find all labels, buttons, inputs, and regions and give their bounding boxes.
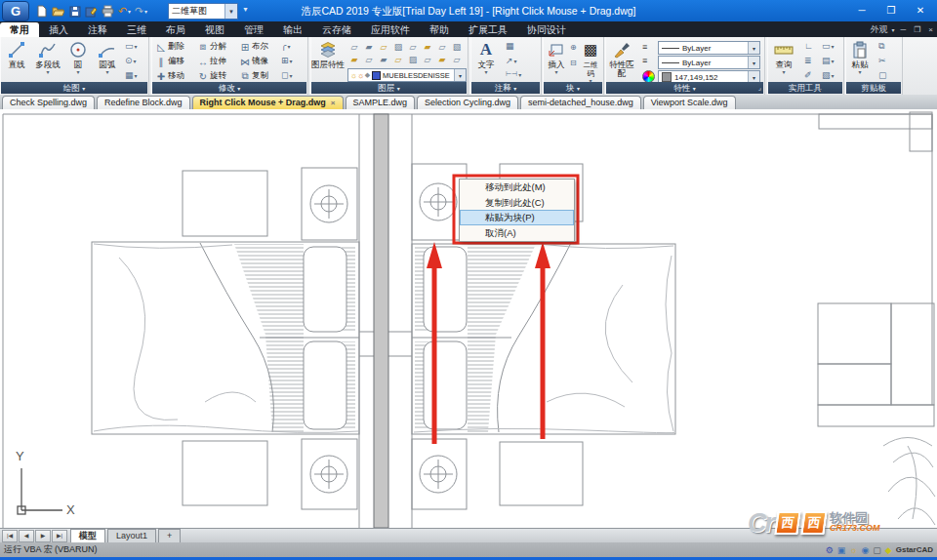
tab-manage[interactable]: 管理 — [234, 22, 273, 37]
close-tab-icon[interactable]: × — [331, 99, 336, 107]
fillet-tool[interactable]: ╭▾ — [281, 41, 290, 51]
layer-properties-button[interactable]: 图层特性 — [313, 39, 343, 69]
doc-tab-active[interactable]: Right Click Mouse + Drag.dwg× — [192, 96, 344, 109]
layer-dropdown-icon[interactable]: ▾ — [454, 69, 466, 81]
redo-icon[interactable]: ↷▾ — [133, 4, 149, 18]
close-button[interactable]: ✕ — [906, 0, 935, 21]
appearance-menu[interactable]: 外观 — [870, 23, 887, 36]
tab-home[interactable]: 常用 — [0, 22, 39, 37]
lineweight-select[interactable]: ByLayer ▾ — [658, 41, 760, 55]
last-layout-icon[interactable]: ▶| — [52, 530, 67, 542]
scale-tool[interactable]: ◻▾ — [281, 70, 293, 80]
tab-cloud[interactable]: 云存储 — [312, 22, 361, 37]
tab-output[interactable]: 输出 — [273, 22, 312, 37]
print-icon[interactable] — [100, 4, 116, 18]
minimize-button[interactable]: ─ — [847, 0, 876, 21]
save-icon[interactable] — [66, 4, 83, 18]
layout1-tab[interactable]: Layout1 — [107, 529, 156, 542]
tab-3d[interactable]: 三维 — [117, 22, 156, 37]
model-tab[interactable]: 模型 — [70, 529, 105, 542]
dimension-tool[interactable]: ⊢⊣▾ — [506, 70, 521, 78]
paste-special-tool[interactable]: ▢ — [878, 70, 887, 80]
clean-screen-icon[interactable]: ◉ — [861, 545, 869, 555]
select-all-tool[interactable]: ▧▾ — [822, 70, 835, 80]
lock-ui-icon[interactable]: ▣ — [837, 545, 846, 555]
stretch-tool[interactable]: ↔拉伸 — [197, 56, 226, 67]
linetype-select[interactable]: ByLayer ▾ — [658, 56, 760, 69]
ribbon-minimize-icon[interactable]: ─ — [898, 25, 908, 34]
copy-clip-tool[interactable]: ⧉ — [878, 41, 884, 52]
id-point-tool[interactable]: ✐ — [804, 70, 812, 80]
settings-gear-icon[interactable]: ⚙ — [826, 545, 834, 555]
panel-bar-block[interactable]: 块 ▾ — [544, 82, 602, 94]
tab-help[interactable]: 帮助 — [420, 22, 459, 37]
next-layout-icon[interactable]: ▶ — [35, 530, 51, 542]
dropdown-arrow-icon[interactable]: ▾ — [858, 69, 861, 75]
panel-bar-annotation[interactable]: 注释 ▾ — [471, 82, 540, 94]
menu-item-paste-as-block[interactable]: 粘贴为块(P) — [460, 210, 574, 225]
hatch-tool[interactable]: ▦▾ — [125, 70, 138, 80]
cut-tool[interactable]: ✂ — [878, 56, 886, 65]
leader-tool[interactable]: ↗▾ — [506, 56, 517, 65]
tab-insert[interactable]: 插入 — [39, 22, 78, 37]
panel-bar-clipboard[interactable]: 剪贴板 — [846, 82, 901, 94]
dropdown-arrow-icon[interactable]: ▾ — [554, 69, 557, 75]
doc-tab[interactable]: semi-detached_house.dwg — [520, 96, 641, 109]
open-file-icon[interactable] — [50, 4, 66, 18]
donut-tool[interactable]: ⊙▾ — [125, 56, 137, 65]
panel-bar-utilities[interactable]: 实用工具 — [768, 82, 842, 94]
ribbon-restore-icon[interactable]: ❐ — [912, 25, 922, 34]
dropdown-arrow-icon[interactable]: ▾ — [76, 69, 79, 75]
menu-item-cancel[interactable]: 取消(A) — [460, 225, 574, 241]
boolean-tool[interactable]: ⊞布尔 — [239, 41, 268, 53]
line-tool[interactable]: 直线 — [2, 39, 31, 69]
layer-tool-grid[interactable]: ▱▰▱▨▱▰▱▧ ▰▱▰▱▨▱▰▱ — [347, 41, 464, 65]
dropdown-arrow-icon[interactable]: ▾ — [484, 69, 487, 75]
dropdown-arrow-icon[interactable]: ▾ — [748, 57, 759, 68]
workspace-select[interactable]: 二维草图 ▼ — [168, 3, 238, 20]
tab-annotate[interactable]: 注释 — [78, 22, 117, 37]
qr-code-button[interactable]: ▩ 二维码 ▾ — [580, 39, 601, 84]
mirror-tool[interactable]: ⋈镜像 — [239, 56, 268, 67]
array-tool[interactable]: ⊞▾ — [281, 56, 293, 65]
erase-tool[interactable]: ◺删除 — [155, 41, 184, 53]
new-file-icon[interactable] — [33, 4, 50, 18]
arc-tool[interactable]: 圆弧 ▾ — [93, 39, 122, 75]
match-properties-button[interactable]: 特性匹配 — [608, 39, 635, 78]
explode-tool[interactable]: ⧈分解 — [197, 41, 226, 53]
doc-tab[interactable]: Check Spelling.dwg — [2, 96, 95, 109]
tab-apps[interactable]: 应用软件 — [361, 22, 420, 37]
app-logo[interactable]: G — [2, 1, 29, 21]
qat-customize-icon[interactable]: ▼ — [242, 6, 249, 13]
doc-tab[interactable]: Redefine Block.dwg — [97, 96, 190, 109]
table-tool[interactable]: ▦ — [506, 41, 514, 51]
dialog-launcher-icon[interactable]: ⌟ — [758, 82, 761, 94]
dropdown-arrow-icon[interactable]: ▾ — [748, 42, 759, 54]
prev-layout-icon[interactable]: ◀ — [19, 530, 34, 542]
quick-select-tool[interactable]: ▭▾ — [822, 41, 835, 51]
undo-icon[interactable]: ↶▾ — [116, 4, 133, 18]
paste-button[interactable]: 粘贴 ▾ — [848, 39, 872, 75]
ribbon-close-icon[interactable]: × — [926, 25, 935, 34]
doc-tab[interactable]: SAMPLE.dwg — [346, 96, 416, 109]
circle-tool[interactable]: 圆 ▾ — [64, 39, 92, 75]
drawing-canvas[interactable]: Y X 移动到此处(M) 复制到此处(C) 粘贴为块(P) 取消(A) — [0, 109, 937, 528]
insert-block-button[interactable]: 插入 ▾ — [545, 39, 568, 75]
polyline-tool[interactable]: 多段线 ▾ — [32, 39, 63, 75]
menu-item-move-here[interactable]: 移动到此处(M) — [460, 180, 574, 195]
measure-button[interactable]: 查询 ▾ — [770, 39, 797, 75]
menu-item-copy-here[interactable]: 复制到此处(C) — [460, 195, 574, 211]
layer-select[interactable]: ☼ ☼ ◆ MUEBLESDENISSE ▾ — [347, 68, 467, 82]
tab-view[interactable]: 视图 — [195, 22, 234, 37]
appearance-dropdown-icon[interactable]: ▾ — [891, 26, 894, 33]
workspace-switch-icon[interactable]: ▢ — [873, 545, 881, 555]
panel-bar-draw[interactable]: 绘图 ▾ — [1, 82, 147, 94]
text-tool[interactable]: A 文字 ▾ — [473, 39, 499, 75]
doc-tab[interactable]: Viewport Scale.dwg — [643, 96, 736, 109]
panel-bar-properties[interactable]: 特性 ▾⌟ — [606, 82, 763, 94]
maximize-button[interactable]: ❐ — [876, 0, 906, 21]
calculator-tool[interactable]: ≣ — [804, 56, 812, 65]
angle-tool[interactable]: ∟ — [804, 41, 813, 51]
rotate-tool[interactable]: ↻旋转 — [197, 70, 226, 82]
add-layout-tab[interactable]: + — [158, 529, 181, 542]
